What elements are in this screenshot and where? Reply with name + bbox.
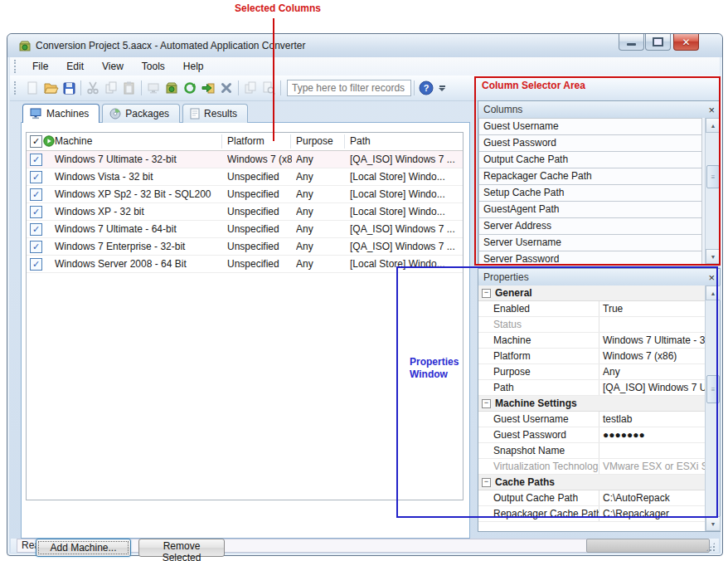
cut-icon[interactable] <box>84 79 102 97</box>
cell-purpose: Any <box>296 258 342 270</box>
close-icon: ✕ <box>682 37 690 48</box>
table-row[interactable]: ✓ Windows 7 Enterprise - 32-bit Unspecif… <box>27 238 463 256</box>
tab-label: Packages <box>125 108 169 120</box>
toolbar-separator <box>141 80 142 95</box>
annotation-properties-rect <box>396 266 718 518</box>
column-header-platform[interactable]: Platform <box>227 135 292 147</box>
title-bar[interactable]: Conversion Project 5.aacx - Automated Ap… <box>7 34 722 57</box>
close-button[interactable]: ✕ <box>673 34 699 51</box>
cell-machine: Windows Server 2008 - 64 Bit <box>55 258 219 270</box>
help-icon[interactable]: ? <box>417 79 435 97</box>
filter-input[interactable] <box>287 80 411 96</box>
cell-machine: Windows Vista - 32 bit <box>55 171 219 183</box>
toolbar-options-icon[interactable] <box>439 85 445 91</box>
table-row[interactable]: ✓ Windows 7 Ultimate - 64-bit Unspecifie… <box>27 221 463 238</box>
toolbar-separator <box>80 80 81 95</box>
tab-results[interactable]: Results <box>182 104 248 123</box>
menu-edit[interactable]: Edit <box>57 57 93 76</box>
copy-icon[interactable] <box>102 79 120 97</box>
cell-platform: Unspecified <box>227 258 292 270</box>
app-icon <box>18 39 32 52</box>
svg-text:?: ? <box>424 83 430 93</box>
column-header-purpose[interactable]: Purpose <box>296 135 342 147</box>
cell-platform: Unspecified <box>227 188 292 200</box>
row-checkbox[interactable]: ✓ <box>30 241 42 253</box>
menu-help[interactable]: Help <box>174 57 213 76</box>
toolbar-separator <box>414 80 415 95</box>
column-divider[interactable] <box>344 134 345 149</box>
cell-platform: Unspecified <box>227 206 292 217</box>
window-title: Conversion Project 5.aacx - Automated Ap… <box>36 40 306 51</box>
table-row[interactable]: ✓ Windows XP - 32 bit Unspecified Any [L… <box>27 203 463 221</box>
column-header-path[interactable]: Path <box>350 135 459 147</box>
scroll-down-icon[interactable]: ▼ <box>706 516 721 531</box>
cell-platform: Windows 7 (x8... <box>227 154 292 165</box>
menu-tools[interactable]: Tools <box>133 57 174 76</box>
column-divider[interactable] <box>221 134 222 149</box>
annotation-column-selector-label: Column Selector Area <box>482 80 585 91</box>
minimize-button[interactable] <box>619 34 644 51</box>
cell-machine: Windows XP Sp2 - 32 Bit - SQL200 <box>55 188 219 200</box>
paste-icon[interactable] <box>120 79 138 97</box>
tab-machines[interactable]: Machines <box>22 104 99 123</box>
cell-machine: Windows 7 Enterprise - 32-bit <box>55 241 219 252</box>
select-all-checkbox[interactable]: ✓ <box>30 135 42 148</box>
cell-platform: Unspecified <box>227 223 292 235</box>
refresh-icon[interactable] <box>181 79 199 97</box>
cell-purpose: Any <box>296 223 342 235</box>
cell-path: [QA_ISO] Windows 7 ... <box>350 154 459 165</box>
annotation-pointer-line <box>273 18 274 141</box>
tab-label: Machines <box>46 108 89 120</box>
virtual-machine-icon[interactable] <box>144 79 163 97</box>
menu-file[interactable]: File <box>23 57 57 76</box>
row-checkbox[interactable]: ✓ <box>30 188 42 201</box>
cell-platform: Unspecified <box>227 171 292 183</box>
delete-icon[interactable] <box>217 79 235 97</box>
menu-bar: File Edit View Tools Help <box>10 57 720 76</box>
cell-machine: Windows XP - 32 bit <box>55 206 219 217</box>
row-checkbox[interactable]: ✓ <box>30 258 42 271</box>
table-row[interactable]: ✓ Windows Vista - 32 bit Unspecified Any… <box>27 168 463 186</box>
find-icon[interactable] <box>260 79 278 97</box>
cell-purpose: Any <box>296 154 342 165</box>
toolbar-grip[interactable] <box>14 60 18 73</box>
row-checkbox[interactable]: ✓ <box>30 171 42 183</box>
disc-icon <box>109 108 121 120</box>
menu-view[interactable]: View <box>93 57 133 76</box>
save-icon[interactable] <box>60 79 78 97</box>
tab-label: Results <box>204 108 237 120</box>
cell-machine: Windows 7 Ultimate - 32-bit <box>55 154 219 165</box>
status-progress-bar <box>586 539 710 553</box>
row-checkbox[interactable]: ✓ <box>30 206 42 218</box>
row-checkbox[interactable]: ✓ <box>30 154 42 166</box>
row-checkbox[interactable]: ✓ <box>30 223 42 236</box>
grid-header-row: ✓ Machine Platform Purpose Path <box>27 133 463 151</box>
cell-purpose: Any <box>296 206 342 217</box>
cell-purpose: Any <box>296 171 342 183</box>
new-file-icon[interactable] <box>23 79 41 97</box>
minimize-icon <box>627 43 636 46</box>
duplicate-icon[interactable] <box>241 79 260 97</box>
column-divider[interactable] <box>290 134 291 149</box>
annotation-column-selector-rect <box>474 76 721 266</box>
toolbar-grip[interactable] <box>14 81 18 95</box>
tab-strip: Machines Packages Results <box>22 104 250 123</box>
table-row[interactable]: ✓ Windows 7 Ultimate - 32-bit Windows 7 … <box>27 151 463 168</box>
remove-selected-button[interactable]: Remove Selected <box>138 539 225 557</box>
table-row[interactable]: ✓ Windows XP Sp2 - 32 Bit - SQL200 Unspe… <box>27 186 463 203</box>
open-project-icon[interactable] <box>41 79 60 97</box>
column-header-machine[interactable]: Machine <box>55 135 219 147</box>
monitor-icon <box>30 108 42 120</box>
maximize-button[interactable] <box>645 34 671 51</box>
toolbar-separator <box>238 80 239 95</box>
annotation-selected-columns: Selected Columns <box>235 2 321 14</box>
toolbar-separator <box>280 80 281 95</box>
annotation-properties-label: Properties Window <box>410 356 459 381</box>
cell-path: [Local Store] Windo... <box>350 171 459 183</box>
package-icon[interactable] <box>163 79 181 97</box>
maximize-icon <box>653 37 663 46</box>
tab-packages[interactable]: Packages <box>102 104 180 123</box>
add-machine-button[interactable]: Add Machine... <box>36 539 131 557</box>
cell-purpose: Any <box>296 241 342 252</box>
import-icon[interactable] <box>199 79 217 97</box>
